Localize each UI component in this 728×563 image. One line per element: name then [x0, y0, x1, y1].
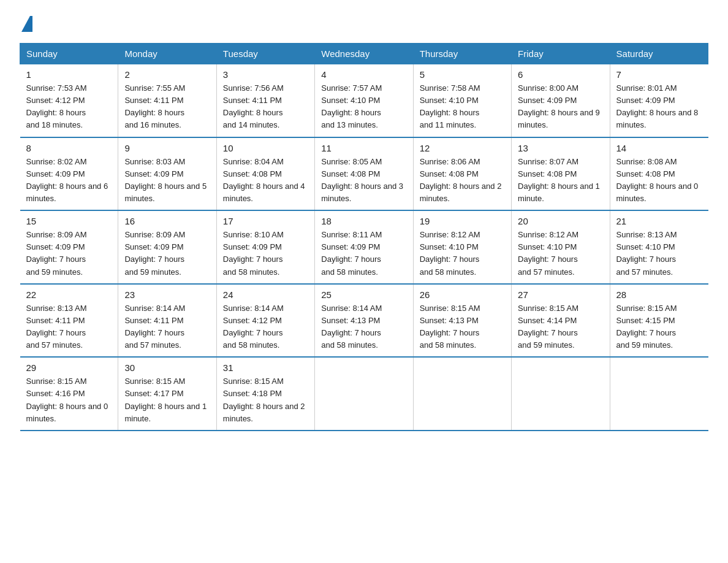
day-info: Sunrise: 8:13 AM Sunset: 4:10 PM Dayligh…	[616, 229, 702, 278]
day-info: Sunrise: 8:15 AM Sunset: 4:13 PM Dayligh…	[420, 302, 505, 352]
weekday-header-tuesday: Tuesday	[216, 44, 314, 64]
calendar-day-cell: 10 Sunrise: 8:04 AM Sunset: 4:08 PM Dayl…	[216, 137, 314, 211]
calendar-day-cell: 11 Sunrise: 8:05 AM Sunset: 4:08 PM Dayl…	[315, 137, 413, 211]
day-number: 10	[223, 143, 308, 153]
calendar-day-cell: 8 Sunrise: 8:02 AM Sunset: 4:09 PM Dayli…	[20, 137, 118, 211]
day-number: 12	[420, 143, 505, 153]
day-number: 29	[26, 362, 112, 373]
day-info: Sunrise: 7:57 AM Sunset: 4:10 PM Dayligh…	[321, 82, 406, 132]
calendar-week-row: 22 Sunrise: 8:13 AM Sunset: 4:11 PM Dayl…	[20, 284, 708, 358]
calendar-day-cell: 12 Sunrise: 8:06 AM Sunset: 4:08 PM Dayl…	[413, 137, 511, 211]
calendar-body: 1 Sunrise: 7:53 AM Sunset: 4:12 PM Dayli…	[20, 64, 708, 431]
day-number: 25	[321, 289, 406, 300]
page-header	[20, 15, 708, 32]
day-info: Sunrise: 8:09 AM Sunset: 4:09 PM Dayligh…	[124, 229, 210, 278]
day-number: 2	[124, 69, 210, 80]
day-number: 4	[321, 69, 406, 80]
calendar-day-cell: 14 Sunrise: 8:08 AM Sunset: 4:08 PM Dayl…	[610, 137, 708, 211]
day-number: 24	[223, 289, 308, 300]
weekday-header-friday: Friday	[512, 44, 610, 64]
calendar-week-row: 29 Sunrise: 8:15 AM Sunset: 4:16 PM Dayl…	[20, 357, 708, 431]
calendar-day-cell: 2 Sunrise: 7:55 AM Sunset: 4:11 PM Dayli…	[118, 64, 216, 137]
calendar-day-cell: 18 Sunrise: 8:11 AM Sunset: 4:09 PM Dayl…	[315, 210, 413, 284]
day-number: 23	[124, 289, 210, 300]
day-number: 11	[321, 143, 406, 153]
calendar-day-cell	[512, 357, 610, 431]
calendar-day-cell: 7 Sunrise: 8:01 AM Sunset: 4:09 PM Dayli…	[610, 64, 708, 137]
day-info: Sunrise: 8:08 AM Sunset: 4:08 PM Dayligh…	[616, 156, 702, 205]
day-number: 17	[223, 216, 308, 226]
calendar-day-cell: 4 Sunrise: 7:57 AM Sunset: 4:10 PM Dayli…	[315, 64, 413, 137]
day-number: 6	[518, 69, 603, 80]
calendar-day-cell: 21 Sunrise: 8:13 AM Sunset: 4:10 PM Dayl…	[610, 210, 708, 284]
day-number: 16	[124, 216, 210, 226]
calendar-day-cell	[413, 357, 511, 431]
day-info: Sunrise: 8:10 AM Sunset: 4:09 PM Dayligh…	[223, 229, 308, 278]
calendar-day-cell: 19 Sunrise: 8:12 AM Sunset: 4:10 PM Dayl…	[413, 210, 511, 284]
calendar-week-row: 15 Sunrise: 8:09 AM Sunset: 4:09 PM Dayl…	[20, 210, 708, 284]
day-info: Sunrise: 8:15 AM Sunset: 4:16 PM Dayligh…	[26, 375, 112, 425]
day-info: Sunrise: 8:04 AM Sunset: 4:08 PM Dayligh…	[223, 156, 308, 205]
day-info: Sunrise: 8:14 AM Sunset: 4:12 PM Dayligh…	[223, 302, 308, 352]
day-info: Sunrise: 8:06 AM Sunset: 4:08 PM Dayligh…	[420, 156, 505, 205]
day-info: Sunrise: 8:00 AM Sunset: 4:09 PM Dayligh…	[518, 82, 603, 132]
calendar-day-cell: 22 Sunrise: 8:13 AM Sunset: 4:11 PM Dayl…	[20, 284, 118, 358]
day-info: Sunrise: 8:02 AM Sunset: 4:09 PM Dayligh…	[26, 156, 112, 205]
calendar-day-cell: 29 Sunrise: 8:15 AM Sunset: 4:16 PM Dayl…	[20, 357, 118, 431]
day-info: Sunrise: 8:14 AM Sunset: 4:13 PM Dayligh…	[321, 302, 406, 352]
calendar-day-cell: 13 Sunrise: 8:07 AM Sunset: 4:08 PM Dayl…	[512, 137, 610, 211]
day-number: 15	[26, 216, 112, 226]
calendar-day-cell: 27 Sunrise: 8:15 AM Sunset: 4:14 PM Dayl…	[512, 284, 610, 358]
day-number: 8	[26, 143, 112, 153]
day-number: 20	[518, 216, 603, 226]
calendar-day-cell: 23 Sunrise: 8:14 AM Sunset: 4:11 PM Dayl…	[118, 284, 216, 358]
day-info: Sunrise: 7:58 AM Sunset: 4:10 PM Dayligh…	[420, 82, 505, 132]
weekday-header-row: SundayMondayTuesdayWednesdayThursdayFrid…	[20, 44, 708, 64]
weekday-header-sunday: Sunday	[20, 44, 118, 64]
calendar-table: SundayMondayTuesdayWednesdayThursdayFrid…	[20, 43, 708, 431]
calendar-week-row: 8 Sunrise: 8:02 AM Sunset: 4:09 PM Dayli…	[20, 137, 708, 211]
calendar-day-cell	[610, 357, 708, 431]
calendar-day-cell: 3 Sunrise: 7:56 AM Sunset: 4:11 PM Dayli…	[216, 64, 314, 137]
calendar-day-cell: 9 Sunrise: 8:03 AM Sunset: 4:09 PM Dayli…	[118, 137, 216, 211]
calendar-day-cell: 30 Sunrise: 8:15 AM Sunset: 4:17 PM Dayl…	[118, 357, 216, 431]
day-number: 30	[124, 362, 210, 373]
calendar-day-cell: 20 Sunrise: 8:12 AM Sunset: 4:10 PM Dayl…	[512, 210, 610, 284]
calendar-day-cell: 26 Sunrise: 8:15 AM Sunset: 4:13 PM Dayl…	[413, 284, 511, 358]
calendar-day-cell: 31 Sunrise: 8:15 AM Sunset: 4:18 PM Dayl…	[216, 357, 314, 431]
calendar-header: SundayMondayTuesdayWednesdayThursdayFrid…	[20, 44, 708, 64]
day-info: Sunrise: 8:15 AM Sunset: 4:17 PM Dayligh…	[124, 375, 210, 425]
day-number: 13	[518, 143, 603, 153]
day-number: 26	[420, 289, 505, 300]
day-info: Sunrise: 7:56 AM Sunset: 4:11 PM Dayligh…	[223, 82, 308, 132]
calendar-day-cell: 5 Sunrise: 7:58 AM Sunset: 4:10 PM Dayli…	[413, 64, 511, 137]
day-info: Sunrise: 8:07 AM Sunset: 4:08 PM Dayligh…	[518, 156, 603, 205]
weekday-header-saturday: Saturday	[610, 44, 708, 64]
day-number: 1	[26, 69, 112, 80]
day-number: 14	[616, 143, 702, 153]
day-info: Sunrise: 7:55 AM Sunset: 4:11 PM Dayligh…	[124, 82, 210, 132]
day-number: 19	[420, 216, 505, 226]
calendar-day-cell: 24 Sunrise: 8:14 AM Sunset: 4:12 PM Dayl…	[216, 284, 314, 358]
day-number: 9	[124, 143, 210, 153]
calendar-day-cell: 16 Sunrise: 8:09 AM Sunset: 4:09 PM Dayl…	[118, 210, 216, 284]
day-info: Sunrise: 8:09 AM Sunset: 4:09 PM Dayligh…	[26, 229, 112, 278]
day-number: 7	[616, 69, 702, 80]
calendar-day-cell: 6 Sunrise: 8:00 AM Sunset: 4:09 PM Dayli…	[512, 64, 610, 137]
calendar-day-cell: 17 Sunrise: 8:10 AM Sunset: 4:09 PM Dayl…	[216, 210, 314, 284]
day-number: 31	[223, 362, 308, 373]
day-info: Sunrise: 8:03 AM Sunset: 4:09 PM Dayligh…	[124, 156, 210, 205]
day-number: 22	[26, 289, 112, 300]
calendar-week-row: 1 Sunrise: 7:53 AM Sunset: 4:12 PM Dayli…	[20, 64, 708, 137]
calendar-day-cell: 1 Sunrise: 7:53 AM Sunset: 4:12 PM Dayli…	[20, 64, 118, 137]
day-number: 3	[223, 69, 308, 80]
day-number: 18	[321, 216, 406, 226]
calendar-day-cell	[315, 357, 413, 431]
day-info: Sunrise: 8:11 AM Sunset: 4:09 PM Dayligh…	[321, 229, 406, 278]
day-info: Sunrise: 8:01 AM Sunset: 4:09 PM Dayligh…	[616, 82, 702, 132]
day-info: Sunrise: 8:14 AM Sunset: 4:11 PM Dayligh…	[124, 302, 210, 352]
day-info: Sunrise: 7:53 AM Sunset: 4:12 PM Dayligh…	[26, 82, 112, 132]
logo-triangle-icon	[21, 16, 32, 32]
day-info: Sunrise: 8:15 AM Sunset: 4:14 PM Dayligh…	[518, 302, 603, 352]
calendar-day-cell: 28 Sunrise: 8:15 AM Sunset: 4:15 PM Dayl…	[610, 284, 708, 358]
